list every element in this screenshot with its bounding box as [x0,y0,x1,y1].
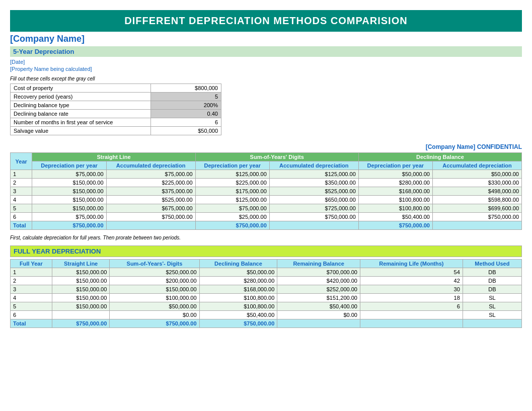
sl-dep-header: Depreciation per year [32,161,106,170]
sy-dep-header: Depreciation per year [195,161,269,170]
table-row: 5$150,000.00$675,000.00$75,000.00$725,00… [11,204,522,213]
sl-acc-header: Accumulated depreciation [106,161,195,170]
full-year-table: Full Year Straight Line Sum-of-Years'- D… [10,259,522,328]
fy-sl-col: Straight Line [52,260,109,268]
total-row: Total$750,000.00$750,000.00$750,000.00 [11,221,522,230]
input-value: 5 [151,93,221,101]
sy-acc-header: Accumulated depreciation [269,161,358,170]
full-year-header: FULL YEAR DEPRECIATION [10,245,522,257]
input-label: Recovery period (years) [11,93,151,101]
fy-method-col: Method Used [463,260,521,268]
main-depreciation-table: Year Straight Line Sum-of-Years' Digits … [10,152,522,230]
sl-group-header: Straight Line [32,153,195,161]
input-label: Declining balance type [11,101,151,110]
input-label: Declining balance rate [11,110,151,118]
sy-group-header: Sum-of-Years' Digits [195,153,358,161]
input-value: $800,000 [151,84,221,93]
fy-months-col: Remaining Life (Months) [360,260,463,268]
footnote: First, calculate depreciation for full y… [10,235,522,240]
table-row: 2$150,000.00$225,000.00$225,000.00$350,0… [11,179,522,187]
fy-total-row: Total$750,000.00$750,000.00$750,000.00 [11,319,522,328]
main-title: DIFFERENT DEPRECIATION METHODS COMPARISI… [10,10,522,32]
input-value: 200% [151,101,221,110]
input-value: 6 [151,118,221,127]
input-label: Number of months in first year of servic… [11,118,151,127]
input-table: Cost of property$800,000Recovery period … [10,84,221,135]
year-col-header: Year [11,153,32,170]
list-item: 6$0.00$50,400.00$0.00SL [11,311,522,319]
input-value: $50,000 [151,127,221,135]
fy-db-col: Declining Balance [199,260,277,268]
fy-year-col: Full Year [11,260,52,268]
list-item: 3$150,000.00$150,000.00$168,000.00$252,0… [11,285,522,294]
table-row: 1$75,000.00$75,000.00$125,000.00$125,000… [11,170,522,179]
list-item: 4$150,000.00$100,000.00$100,800.00$151,2… [11,294,522,302]
confidential-line: [Company Name] CONFIDENTIAL [10,143,522,150]
list-item: 2$150,000.00$200,000.00$280,000.00$420,0… [11,277,522,285]
property-line: [Property Name being calculated] [10,66,522,72]
db-acc-header: Accumulated depreciation [432,161,521,170]
db-dep-header: Depreciation per year [358,161,432,170]
section-5year-header: 5-Year Depreciation [10,46,522,57]
company-name: [Company Name] [10,34,522,44]
input-label: Salvage value [11,127,151,135]
fy-rb-col: Remaining Balance [277,260,360,268]
input-label: Cost of property [11,84,151,93]
list-item: 1$150,000.00$250,000.00$50,000.00$700,00… [11,268,522,277]
date-line: [Date] [10,59,522,65]
input-value: 0.40 [151,110,221,118]
list-item: 5$150,000.00$50,000.00$100,800.00$50,400… [11,302,522,311]
fill-note: Fill out these cells except the gray cel… [10,76,522,81]
table-row: 4$150,000.00$525,000.00$125,000.00$650,0… [11,196,522,204]
db-group-header: Declining Balance [358,153,521,161]
fy-sy-col: Sum-of-Years'- Digits [110,260,199,268]
table-row: 6$75,000.00$750,000.00$25,000.00$750,000… [11,213,522,221]
table-row: 3$150,000.00$375,000.00$175,000.00$525,0… [11,187,522,196]
